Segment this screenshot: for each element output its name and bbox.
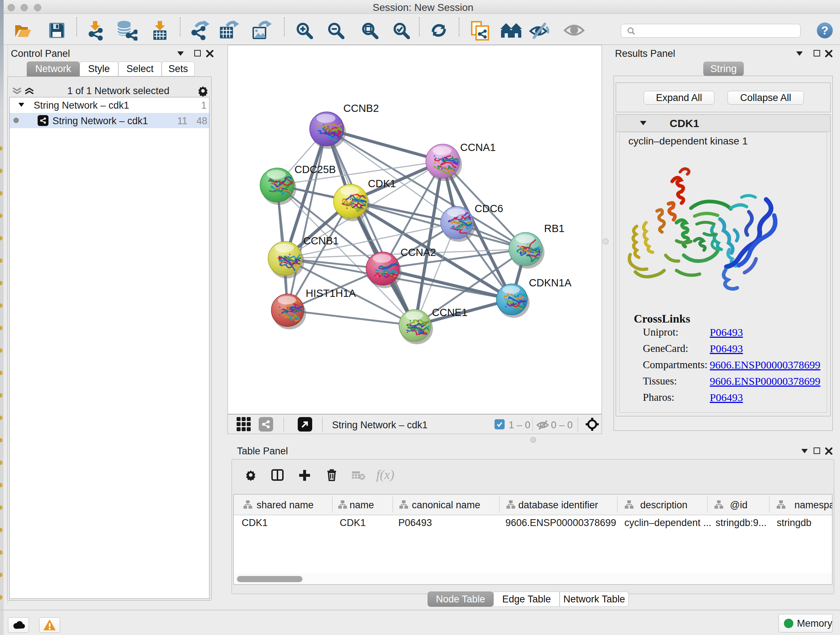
svg-text:RB1: RB1 [544,223,564,234]
svg-text:CDC6: CDC6 [475,203,503,214]
svg-text:CCNB1: CCNB1 [303,235,339,247]
svg-text:CDC25B: CDC25B [294,164,336,175]
svg-text:CDKN1A: CDKN1A [529,277,572,288]
svg-text:CCNA1: CCNA1 [460,141,496,153]
svg-text:HIST1H1A: HIST1H1A [306,287,356,299]
svg-text:CDK1: CDK1 [368,178,396,189]
svg-text:CCNB2: CCNB2 [343,103,379,114]
svg-text:CCNA2: CCNA2 [401,247,436,258]
svg-text:CCNE1: CCNE1 [432,307,467,318]
